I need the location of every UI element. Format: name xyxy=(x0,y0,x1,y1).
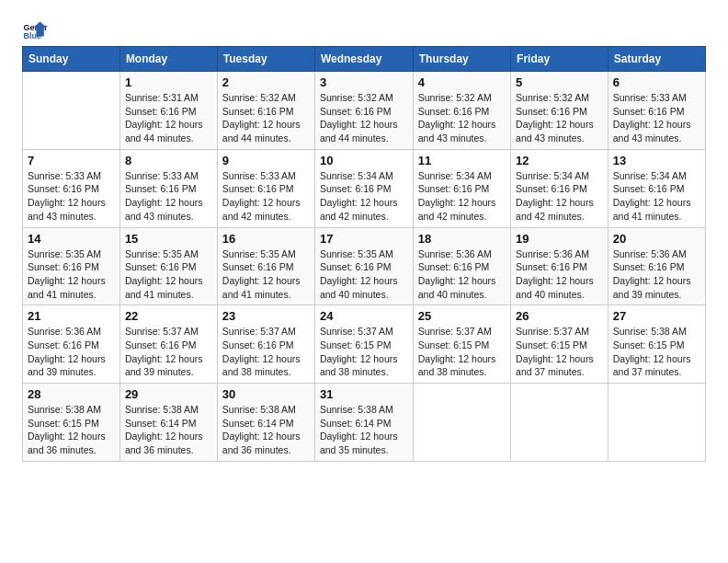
calendar-cell: 4Sunrise: 5:32 AM Sunset: 6:16 PM Daylig… xyxy=(413,72,510,150)
calendar-cell: 2Sunrise: 5:32 AM Sunset: 6:16 PM Daylig… xyxy=(217,72,314,150)
header-saturday: Saturday xyxy=(608,47,705,72)
day-number: 29 xyxy=(125,387,212,401)
calendar-cell: 24Sunrise: 5:37 AM Sunset: 6:15 PM Dayli… xyxy=(314,305,413,384)
day-number: 5 xyxy=(516,75,603,89)
calendar-cell xyxy=(608,384,705,462)
calendar-cell: 12Sunrise: 5:34 AM Sunset: 6:16 PM Dayli… xyxy=(511,149,609,227)
day-info: Sunrise: 5:37 AM Sunset: 6:16 PM Dayligh… xyxy=(222,325,310,379)
calendar-cell: 15Sunrise: 5:35 AM Sunset: 6:16 PM Dayli… xyxy=(119,227,217,305)
day-number: 19 xyxy=(516,232,603,246)
day-info: Sunrise: 5:38 AM Sunset: 6:15 PM Dayligh… xyxy=(28,403,115,457)
day-info: Sunrise: 5:32 AM Sunset: 6:16 PM Dayligh… xyxy=(222,91,310,145)
calendar-cell: 5Sunrise: 5:32 AM Sunset: 6:16 PM Daylig… xyxy=(511,72,609,150)
logo: General Blue xyxy=(22,18,51,44)
day-number: 21 xyxy=(28,309,115,323)
calendar-cell: 8Sunrise: 5:33 AM Sunset: 6:16 PM Daylig… xyxy=(119,149,217,227)
calendar-cell: 6Sunrise: 5:33 AM Sunset: 6:16 PM Daylig… xyxy=(608,72,705,150)
calendar-cell: 20Sunrise: 5:36 AM Sunset: 6:16 PM Dayli… xyxy=(608,227,705,305)
day-info: Sunrise: 5:35 AM Sunset: 6:16 PM Dayligh… xyxy=(320,247,408,302)
day-number: 15 xyxy=(125,232,212,246)
day-number: 2 xyxy=(222,75,310,89)
day-info: Sunrise: 5:31 AM Sunset: 6:16 PM Dayligh… xyxy=(125,91,212,145)
day-info: Sunrise: 5:35 AM Sunset: 6:16 PM Dayligh… xyxy=(28,247,115,302)
day-number: 31 xyxy=(320,387,408,401)
day-number: 8 xyxy=(125,154,212,167)
day-number: 20 xyxy=(613,232,700,246)
day-number: 14 xyxy=(28,232,115,246)
header-sunday: Sunday xyxy=(23,47,120,72)
calendar-cell: 1Sunrise: 5:31 AM Sunset: 6:16 PM Daylig… xyxy=(119,72,217,150)
calendar-cell: 27Sunrise: 5:38 AM Sunset: 6:15 PM Dayli… xyxy=(608,305,705,384)
day-info: Sunrise: 5:33 AM Sunset: 6:16 PM Dayligh… xyxy=(125,169,212,224)
day-info: Sunrise: 5:32 AM Sunset: 6:16 PM Dayligh… xyxy=(418,91,506,145)
day-number: 26 xyxy=(516,309,603,323)
day-info: Sunrise: 5:38 AM Sunset: 6:14 PM Dayligh… xyxy=(222,403,310,457)
day-number: 17 xyxy=(320,232,408,246)
calendar-cell: 14Sunrise: 5:35 AM Sunset: 6:16 PM Dayli… xyxy=(23,227,120,305)
day-number: 12 xyxy=(516,154,603,167)
day-info: Sunrise: 5:36 AM Sunset: 6:16 PM Dayligh… xyxy=(516,247,603,302)
day-info: Sunrise: 5:34 AM Sunset: 6:16 PM Dayligh… xyxy=(418,169,506,224)
calendar-cell: 28Sunrise: 5:38 AM Sunset: 6:15 PM Dayli… xyxy=(23,384,120,462)
day-info: Sunrise: 5:33 AM Sunset: 6:16 PM Dayligh… xyxy=(613,91,700,145)
day-info: Sunrise: 5:33 AM Sunset: 6:16 PM Dayligh… xyxy=(222,169,310,224)
calendar-cell: 16Sunrise: 5:35 AM Sunset: 6:16 PM Dayli… xyxy=(217,227,314,305)
day-number: 28 xyxy=(28,387,115,401)
day-info: Sunrise: 5:33 AM Sunset: 6:16 PM Dayligh… xyxy=(28,169,115,224)
day-number: 16 xyxy=(222,232,310,246)
day-info: Sunrise: 5:37 AM Sunset: 6:15 PM Dayligh… xyxy=(320,325,408,379)
calendar-cell xyxy=(23,72,120,150)
day-info: Sunrise: 5:37 AM Sunset: 6:15 PM Dayligh… xyxy=(418,325,506,379)
day-info: Sunrise: 5:36 AM Sunset: 6:16 PM Dayligh… xyxy=(418,247,506,302)
day-number: 3 xyxy=(320,75,408,89)
day-info: Sunrise: 5:32 AM Sunset: 6:16 PM Dayligh… xyxy=(516,91,603,145)
calendar-cell: 31Sunrise: 5:38 AM Sunset: 6:14 PM Dayli… xyxy=(314,384,413,462)
calendar-cell: 23Sunrise: 5:37 AM Sunset: 6:16 PM Dayli… xyxy=(217,305,314,384)
calendar-cell: 9Sunrise: 5:33 AM Sunset: 6:16 PM Daylig… xyxy=(217,149,314,227)
day-number: 10 xyxy=(320,154,408,167)
calendar-cell: 25Sunrise: 5:37 AM Sunset: 6:15 PM Dayli… xyxy=(413,305,510,384)
day-number: 25 xyxy=(418,309,506,323)
calendar-cell: 21Sunrise: 5:36 AM Sunset: 6:16 PM Dayli… xyxy=(23,305,120,384)
day-number: 4 xyxy=(418,75,506,89)
day-number: 24 xyxy=(320,309,408,323)
calendar-cell: 17Sunrise: 5:35 AM Sunset: 6:16 PM Dayli… xyxy=(314,227,413,305)
calendar-cell: 3Sunrise: 5:32 AM Sunset: 6:16 PM Daylig… xyxy=(314,72,413,150)
day-number: 18 xyxy=(418,232,506,246)
day-info: Sunrise: 5:35 AM Sunset: 6:16 PM Dayligh… xyxy=(222,247,310,302)
calendar-cell: 30Sunrise: 5:38 AM Sunset: 6:14 PM Dayli… xyxy=(217,384,314,462)
day-number: 27 xyxy=(613,309,700,323)
day-number: 1 xyxy=(125,75,212,89)
day-number: 30 xyxy=(222,387,310,401)
calendar-cell: 29Sunrise: 5:38 AM Sunset: 6:14 PM Dayli… xyxy=(119,384,217,462)
calendar-cell: 13Sunrise: 5:34 AM Sunset: 6:16 PM Dayli… xyxy=(608,149,705,227)
calendar-table: SundayMondayTuesdayWednesdayThursdayFrid… xyxy=(22,46,706,462)
day-info: Sunrise: 5:37 AM Sunset: 6:16 PM Dayligh… xyxy=(125,325,212,379)
calendar-cell: 26Sunrise: 5:37 AM Sunset: 6:15 PM Dayli… xyxy=(511,305,609,384)
calendar-cell: 10Sunrise: 5:34 AM Sunset: 6:16 PM Dayli… xyxy=(314,149,413,227)
day-info: Sunrise: 5:36 AM Sunset: 6:16 PM Dayligh… xyxy=(613,247,700,302)
header-thursday: Thursday xyxy=(413,47,510,72)
day-info: Sunrise: 5:32 AM Sunset: 6:16 PM Dayligh… xyxy=(320,91,408,145)
calendar-cell xyxy=(511,384,609,462)
day-info: Sunrise: 5:35 AM Sunset: 6:16 PM Dayligh… xyxy=(125,247,212,302)
header-tuesday: Tuesday xyxy=(217,47,314,72)
day-info: Sunrise: 5:34 AM Sunset: 6:16 PM Dayligh… xyxy=(320,169,408,224)
day-number: 13 xyxy=(613,154,700,167)
calendar-cell: 18Sunrise: 5:36 AM Sunset: 6:16 PM Dayli… xyxy=(413,227,510,305)
day-number: 23 xyxy=(222,309,310,323)
day-info: Sunrise: 5:34 AM Sunset: 6:16 PM Dayligh… xyxy=(516,169,603,224)
day-number: 7 xyxy=(28,154,115,167)
day-info: Sunrise: 5:36 AM Sunset: 6:16 PM Dayligh… xyxy=(28,325,115,379)
calendar-cell: 7Sunrise: 5:33 AM Sunset: 6:16 PM Daylig… xyxy=(23,149,120,227)
header-wednesday: Wednesday xyxy=(314,47,413,72)
day-number: 6 xyxy=(613,75,700,89)
calendar-cell: 22Sunrise: 5:37 AM Sunset: 6:16 PM Dayli… xyxy=(119,305,217,384)
header-monday: Monday xyxy=(119,47,217,72)
day-info: Sunrise: 5:38 AM Sunset: 6:14 PM Dayligh… xyxy=(125,403,212,457)
day-number: 11 xyxy=(418,154,506,167)
day-number: 22 xyxy=(125,309,212,323)
day-number: 9 xyxy=(222,154,310,167)
header-friday: Friday xyxy=(511,47,609,72)
calendar-cell: 11Sunrise: 5:34 AM Sunset: 6:16 PM Dayli… xyxy=(413,149,510,227)
